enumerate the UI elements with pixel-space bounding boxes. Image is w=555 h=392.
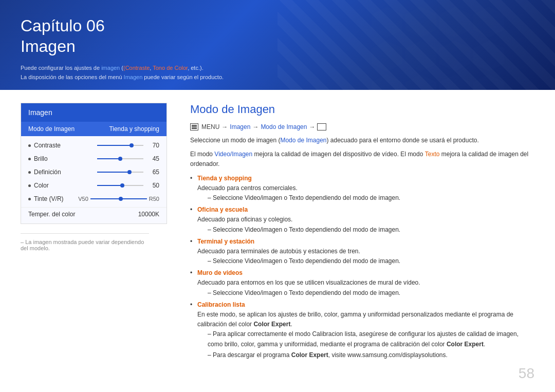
- dot-icon: [28, 144, 31, 147]
- path-item2: Modo de Imagen: [261, 123, 307, 130]
- dot-icon: [28, 158, 31, 160]
- slider-value: 65: [146, 169, 159, 176]
- list-item: Oficina y escuela Adecuado para oficinas…: [190, 205, 534, 235]
- main-content: Imagen Modo de Imagen Tienda y shopping …: [0, 90, 555, 377]
- page-number: 58: [519, 365, 534, 382]
- list-item: Muro de videos Adecuado para entornos en…: [190, 268, 534, 298]
- bullet-desc: En este modo, se aplican los ajustes de …: [197, 311, 513, 328]
- left-panel: Imagen Modo de Imagen Tienda y shopping …: [21, 103, 175, 364]
- item-left: Color: [28, 182, 49, 189]
- slider-track: [97, 185, 143, 186]
- slider-value: 45: [146, 155, 159, 162]
- path-end-icon: [317, 123, 326, 130]
- slider-thumb[interactable]: [127, 170, 132, 174]
- slider-value: 70: [146, 142, 159, 149]
- sub-item: Seleccione Video/imagen o Texto dependie…: [197, 257, 400, 265]
- list-item: Brillo 45: [21, 152, 166, 165]
- slider-fill: [97, 172, 127, 173]
- tint-track: [90, 198, 147, 199]
- item-left: Contraste: [28, 142, 61, 149]
- bullet-title: Terminal y estación: [197, 238, 254, 245]
- sub-item: Seleccione Video/imagen o Texto dependie…: [197, 226, 400, 233]
- bullet-desc: Adecuado para terminales de autobús y es…: [197, 248, 360, 255]
- bullet-list: Tienda y shopping Adecuado para centros …: [190, 174, 534, 360]
- tint-thumb[interactable]: [119, 197, 123, 201]
- menu-icon: [190, 123, 198, 130]
- item-left: Definición: [28, 169, 61, 176]
- slider-container: 50: [97, 182, 159, 189]
- slider-container: 65: [97, 169, 159, 176]
- decorative-shapes: [370, 5, 534, 90]
- slider-container: 45: [97, 155, 159, 162]
- item-left: Brillo: [28, 155, 48, 162]
- list-item: Contraste 70: [21, 139, 166, 152]
- slider-thumb[interactable]: [118, 157, 122, 161]
- right-panel: Modo de Imagen MENU → Imagen → Modo de I…: [190, 103, 534, 364]
- slider-track: [97, 158, 143, 159]
- slider-thumb[interactable]: [130, 143, 134, 147]
- menu-header: Imagen: [21, 103, 166, 122]
- bullet-desc: Adecuado para oficinas y colegios.: [197, 216, 292, 223]
- arrow-icon: →: [309, 123, 315, 130]
- slider-track: [97, 145, 143, 146]
- sub-item: Para descargar el programa Color Expert,…: [197, 350, 534, 360]
- slider-fill: [97, 145, 130, 146]
- bullet-title: Calibracion lista: [197, 301, 245, 308]
- image-note: – La imagen mostrada puede variar depend…: [21, 233, 149, 251]
- tint-left-value: V50: [78, 196, 88, 202]
- bullet-title: Muro de videos: [197, 269, 243, 276]
- list-item: Color 50: [21, 179, 166, 192]
- menu-label: MENU: [201, 123, 219, 130]
- bullet-title: Tienda y shopping: [197, 175, 252, 182]
- menu-row-header: Modo de Imagen Tienda y shopping: [21, 122, 166, 136]
- list-item: Calibracion lista En este modo, se aplic…: [190, 300, 534, 360]
- dot-icon: [28, 184, 31, 187]
- list-item: Definición 65: [21, 165, 166, 179]
- list-item: Tienda y shopping Adecuado para centros …: [190, 174, 534, 203]
- tint-row: Tinte (V/R) V50 R50: [21, 192, 166, 206]
- sub-item: Seleccione Video/imagen o Texto dependie…: [197, 194, 400, 201]
- sub-item: Seleccione Video/imagen o Texto dependie…: [197, 289, 400, 296]
- slider-thumb[interactable]: [120, 183, 124, 188]
- dot-icon: [28, 171, 31, 174]
- temper-label: Temper. del color: [28, 211, 75, 218]
- slider-track: [97, 172, 143, 173]
- temper-value: 10000K: [138, 211, 159, 218]
- bullet-desc: Adecuado para entornos en los que se uti…: [197, 279, 420, 286]
- section-title: Modo de Imagen: [190, 103, 534, 116]
- menu-path: MENU → Imagen → Modo de Imagen →: [190, 123, 534, 130]
- bullet-title: Oficina y escuela: [197, 206, 248, 213]
- header-banner: Capítulo 06 Imagen Puede configurar los …: [0, 0, 555, 90]
- slider-fill: [97, 158, 118, 159]
- menu-items: Contraste 70 Brillo: [21, 136, 166, 223]
- path-item1: Imagen: [230, 123, 250, 130]
- slider-container: 70: [97, 142, 159, 149]
- desc-text-1: Seleccione un modo de imagen (Modo de Im…: [190, 136, 534, 145]
- item-left: Tinte (V/R): [28, 195, 64, 202]
- sub-item: Para aplicar correctamente el modo Calib…: [197, 329, 534, 349]
- temper-row: Temper. del color 10000K: [21, 207, 166, 221]
- arrow-icon: →: [221, 123, 228, 130]
- desc-text-2: El modo Video/Imagen mejora la calidad d…: [190, 150, 534, 169]
- bullet-desc: Adecuado para centros comerciales.: [197, 184, 298, 192]
- slider-fill: [97, 185, 120, 186]
- arrow-icon: →: [252, 123, 258, 130]
- slider-value: 50: [146, 182, 159, 189]
- dot-icon: [28, 198, 31, 200]
- menu-box: Imagen Modo de Imagen Tienda y shopping …: [21, 103, 167, 224]
- list-item: Terminal y estación Adecuado para termin…: [190, 237, 534, 267]
- tint-right-value: R50: [149, 196, 159, 202]
